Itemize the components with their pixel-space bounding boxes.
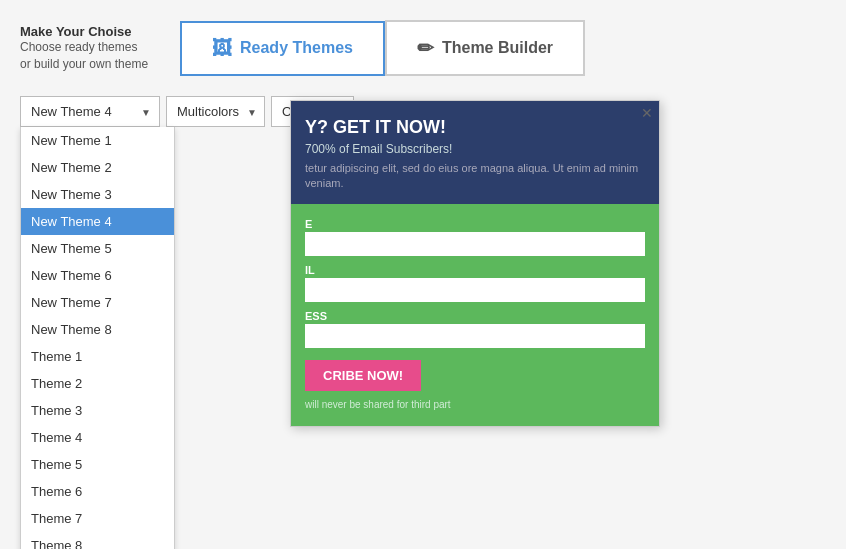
preview-close-button[interactable]: ✕ bbox=[641, 105, 653, 121]
drop-item-new-theme-7[interactable]: New Theme 7 bbox=[21, 289, 174, 316]
drop-item-theme-6[interactable]: Theme 6 bbox=[21, 478, 174, 505]
drop-item-theme-5[interactable]: Theme 5 bbox=[21, 451, 174, 478]
preview-body-text: tetur adipiscing elit, sed do eius ore m… bbox=[305, 161, 645, 192]
drop-item-theme-3[interactable]: Theme 3 bbox=[21, 397, 174, 424]
theme-builder-icon: ✏ bbox=[417, 36, 434, 60]
preview-subheadline: 700% of Email Subscribers! bbox=[305, 142, 645, 156]
drop-item-new-theme-4[interactable]: New Theme 4 bbox=[21, 208, 174, 235]
intro-subtitle: Choose ready themes or build your own th… bbox=[20, 39, 150, 73]
drop-item-new-theme-8[interactable]: New Theme 8 bbox=[21, 316, 174, 343]
tab-ready-themes[interactable]: 🖼 Ready Themes bbox=[180, 21, 385, 76]
form-address-label: ESS bbox=[305, 310, 645, 322]
tab-ready-themes-label: Ready Themes bbox=[240, 39, 353, 57]
theme-dropdown-value: New Theme 4 bbox=[31, 104, 112, 119]
preview-headline: Y? GET IT NOW! bbox=[305, 117, 645, 138]
preview-top: Y? GET IT NOW! 700% of Email Subscribers… bbox=[291, 101, 659, 204]
preview-bottom: E IL ESS CRIBE NOW! will never be shared… bbox=[291, 204, 659, 426]
form-email-input bbox=[305, 278, 645, 302]
drop-item-theme-8[interactable]: Theme 8 bbox=[21, 532, 174, 549]
tab-theme-builder-label: Theme Builder bbox=[442, 39, 553, 57]
form-email-label: IL bbox=[305, 264, 645, 276]
theme-dropdown-trigger[interactable]: New Theme 4 ▼ bbox=[20, 96, 160, 127]
privacy-text: will never be shared for third part bbox=[305, 399, 645, 410]
subscribe-button[interactable]: CRIBE NOW! bbox=[305, 360, 421, 391]
form-address-input bbox=[305, 324, 645, 348]
page-wrapper: Make Your Choise Choose ready themes or … bbox=[0, 0, 846, 549]
preview-popup: ✕ Y? GET IT NOW! 700% of Email Subscribe… bbox=[290, 100, 660, 427]
drop-item-theme-4[interactable]: Theme 4 bbox=[21, 424, 174, 451]
intro-title: Make Your Choise bbox=[20, 24, 150, 39]
drop-item-new-theme-2[interactable]: New Theme 2 bbox=[21, 154, 174, 181]
drop-item-theme-7[interactable]: Theme 7 bbox=[21, 505, 174, 532]
theme-dropdown-arrow: ▼ bbox=[141, 106, 151, 117]
intro-text: Make Your Choise Choose ready themes or … bbox=[20, 24, 150, 73]
tab-theme-builder[interactable]: ✏ Theme Builder bbox=[385, 20, 585, 76]
theme-dropdown-wrapper[interactable]: New Theme 4 ▼ New Theme 1 New Theme 2 Ne… bbox=[20, 96, 160, 127]
drop-item-new-theme-5[interactable]: New Theme 5 bbox=[21, 235, 174, 262]
ready-themes-icon: 🖼 bbox=[212, 37, 232, 60]
form-name-label: E bbox=[305, 218, 645, 230]
header-section: Make Your Choise Choose ready themes or … bbox=[20, 20, 826, 76]
drop-item-theme-1[interactable]: Theme 1 bbox=[21, 343, 174, 370]
color-select[interactable]: Multicolors Blue Green Red Dark bbox=[166, 96, 265, 127]
form-name-input bbox=[305, 232, 645, 256]
theme-dropdown-list: New Theme 1 New Theme 2 New Theme 3 New … bbox=[20, 127, 175, 549]
color-dropdown-wrapper[interactable]: Multicolors Blue Green Red Dark ▼ bbox=[166, 96, 265, 127]
drop-item-new-theme-6[interactable]: New Theme 6 bbox=[21, 262, 174, 289]
drop-item-theme-2[interactable]: Theme 2 bbox=[21, 370, 174, 397]
drop-item-new-theme-1[interactable]: New Theme 1 bbox=[21, 127, 174, 154]
drop-item-new-theme-3[interactable]: New Theme 3 bbox=[21, 181, 174, 208]
